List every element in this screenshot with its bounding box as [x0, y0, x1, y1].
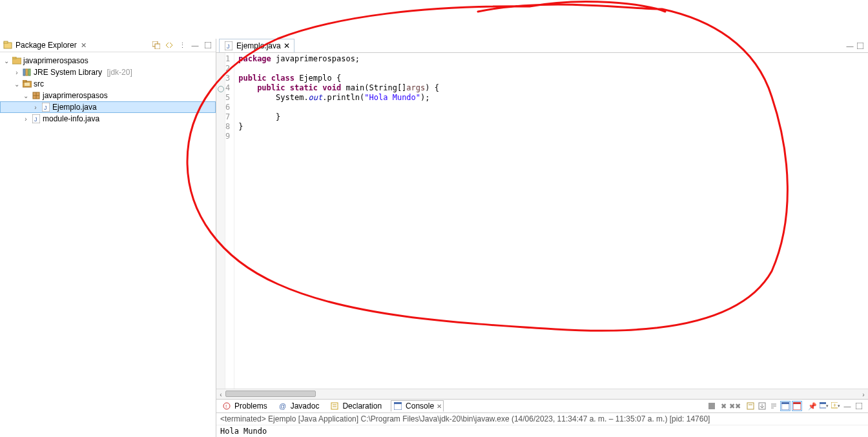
- svg-rect-11: [23, 80, 26, 82]
- tree-label-suffix: [jdk-20]: [107, 68, 132, 77]
- minimize-icon[interactable]: —: [190, 40, 200, 50]
- problems-icon: !: [222, 401, 232, 411]
- show-console-on-err-icon[interactable]: [792, 401, 802, 411]
- console-output[interactable]: Hola Mundo: [216, 425, 868, 437]
- svg-text:J: J: [34, 116, 37, 123]
- close-icon[interactable]: ✕: [81, 41, 87, 50]
- svg-rect-31: [747, 403, 754, 409]
- editor-tab-ejemplo[interactable]: J Ejemplo.java ✕: [219, 39, 294, 52]
- terminate-icon[interactable]: [707, 401, 717, 411]
- tab-console[interactable]: Console ✕: [391, 400, 444, 412]
- tree-package[interactable]: ⌄ javaprimerospasos: [0, 90, 216, 101]
- code-line[interactable]: public static void main(String[]args) {: [238, 83, 439, 92]
- line-number: 2: [225, 64, 230, 74]
- minimize-icon[interactable]: —: [845, 41, 855, 51]
- tree-label: javaprimerospasos: [43, 91, 108, 100]
- code-line[interactable]: package javaprimerospasos;: [238, 54, 360, 63]
- svg-rect-12: [25, 83, 30, 86]
- svg-rect-22: [857, 43, 863, 49]
- java-file-icon: J: [223, 41, 234, 51]
- line-number: 7: [225, 112, 230, 122]
- tree-src[interactable]: ⌄ src: [0, 78, 216, 90]
- tab-declaration[interactable]: Declaration: [328, 401, 383, 411]
- twisty-icon[interactable]: ›: [22, 116, 30, 123]
- svg-rect-35: [781, 402, 789, 404]
- show-console-on-out-icon[interactable]: [780, 401, 790, 411]
- tab-label: Problems: [234, 401, 267, 411]
- line-number: 5: [225, 93, 230, 103]
- twisty-icon[interactable]: ⌄: [22, 92, 30, 99]
- svg-rect-30: [708, 403, 715, 409]
- clear-console-icon[interactable]: [745, 401, 756, 411]
- tree-jre[interactable]: › JRE System Library [jdk-20]: [0, 66, 216, 78]
- tab-problems[interactable]: ! Problems: [220, 401, 269, 411]
- scroll-right-icon[interactable]: ›: [859, 389, 868, 400]
- view-menu-icon[interactable]: ⋮: [177, 40, 187, 50]
- display-selected-console-icon[interactable]: ▾: [819, 401, 829, 411]
- line-number: 1: [225, 54, 230, 64]
- tree-file-ejemplo[interactable]: › J Ejemplo.java: [0, 101, 216, 113]
- package-explorer-title: Package Explorer: [16, 41, 77, 50]
- minimize-icon[interactable]: —: [842, 401, 852, 411]
- twisty-icon[interactable]: ⌄: [3, 57, 10, 65]
- horizontal-scrollbar[interactable]: ‹ ›: [216, 389, 868, 399]
- tab-label: Console: [406, 401, 434, 411]
- main-area: J Ejemplo.java ✕ — 123456789 package jav…: [216, 39, 868, 437]
- tab-label: Declaration: [342, 401, 382, 411]
- console-header: <terminated> Ejemplo [Java Application] …: [216, 413, 868, 425]
- java-file-icon: J: [41, 102, 51, 112]
- svg-text:+: +: [833, 402, 836, 409]
- remove-all-icon[interactable]: ✖✖: [730, 401, 740, 411]
- java-file-icon: J: [31, 114, 41, 124]
- line-number: 8: [225, 122, 230, 132]
- library-icon: [22, 67, 32, 77]
- maximize-icon[interactable]: [203, 40, 213, 50]
- tree-module-info[interactable]: › J module-info.java: [0, 113, 216, 125]
- line-number: 9: [225, 132, 230, 141]
- console-toolbar: ✖ ✖✖ 📌 ▾ +▾ —: [707, 401, 864, 411]
- scroll-left-icon[interactable]: ‹: [216, 389, 225, 400]
- declaration-icon: [329, 401, 340, 411]
- scrollbar-thumb[interactable]: [225, 391, 316, 397]
- package-explorer-tree[interactable]: ⌄ javaprimerospasos › JRE System Library…: [0, 52, 216, 127]
- svg-rect-4: [205, 42, 211, 48]
- link-editor-icon[interactable]: [164, 40, 174, 50]
- code-editor[interactable]: 123456789 package javaprimerospasos; pub…: [216, 53, 868, 389]
- bottom-tabs: ! Problems @ Javadoc Declaration Console…: [216, 399, 868, 413]
- editor-tabs: J Ejemplo.java ✕ —: [216, 39, 868, 53]
- tree-label: javaprimerospasos: [23, 56, 88, 65]
- code-line[interactable]: }: [238, 112, 280, 121]
- tab-label: Javadoc: [291, 401, 320, 411]
- svg-rect-1: [4, 41, 8, 43]
- maximize-icon[interactable]: [855, 41, 865, 51]
- open-console-icon[interactable]: +▾: [831, 401, 841, 411]
- close-icon[interactable]: ✕: [437, 403, 442, 410]
- console-icon: [393, 401, 403, 411]
- code-line[interactable]: }: [238, 122, 243, 131]
- tree-label: src: [34, 79, 44, 88]
- svg-rect-7: [23, 69, 25, 76]
- maximize-icon[interactable]: [854, 401, 864, 411]
- tree-project[interactable]: ⌄ javaprimerospasos: [0, 55, 216, 66]
- tree-label: JRE System Library: [34, 68, 102, 77]
- tree-label: Ejemplo.java: [52, 103, 97, 112]
- code-line[interactable]: System.out.println("Hola Mundo");: [238, 93, 429, 102]
- scroll-lock-icon[interactable]: [757, 401, 767, 411]
- editor-ruler: [216, 53, 225, 389]
- svg-rect-37: [793, 402, 801, 404]
- remove-launch-icon[interactable]: ✖: [718, 401, 728, 411]
- line-number: 4: [225, 83, 230, 93]
- twisty-icon[interactable]: ⌄: [13, 81, 21, 88]
- twisty-icon[interactable]: ›: [13, 69, 21, 76]
- collapse-all-icon[interactable]: [151, 40, 161, 50]
- pin-console-icon[interactable]: 📌: [807, 401, 818, 411]
- word-wrap-icon[interactable]: [769, 401, 779, 411]
- svg-text:J: J: [227, 43, 230, 50]
- twisty-icon[interactable]: ›: [32, 104, 39, 111]
- javadoc-icon: @: [278, 401, 288, 411]
- close-icon[interactable]: ✕: [284, 41, 290, 50]
- code-area[interactable]: package javaprimerospasos; public class …: [234, 53, 868, 389]
- tab-javadoc[interactable]: @ Javadoc: [276, 401, 321, 411]
- code-line[interactable]: public class Ejemplo {: [238, 74, 341, 83]
- svg-rect-3: [155, 44, 160, 49]
